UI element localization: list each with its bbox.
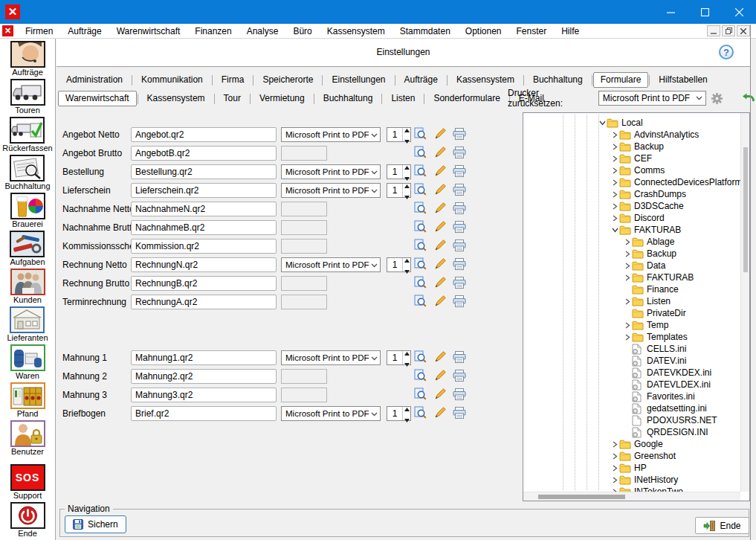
- preview-button-mahnung-3[interactable]: [413, 388, 427, 402]
- print-button-angebot-brutto[interactable]: [453, 147, 466, 160]
- tree-item-data[interactable]: Data: [523, 260, 749, 271]
- printer-reset-combobox[interactable]: Microsoft Print to PDF: [598, 91, 706, 106]
- printer-combobox-angebot-netto[interactable]: Microsoft Print to PDF: [281, 127, 381, 142]
- chevron-right-icon[interactable]: [623, 274, 632, 281]
- tree-item-ablage[interactable]: Ablage: [523, 236, 749, 248]
- menu-item-b-ro[interactable]: Büro: [285, 24, 319, 39]
- chevron-right-icon[interactable]: [623, 298, 632, 305]
- spinner-up-icon[interactable]: [404, 161, 410, 172]
- preview-button-terminrechnung[interactable]: [413, 295, 427, 309]
- sidebar-item-touren[interactable]: Touren: [10, 79, 45, 116]
- sidebar-item-lieferanten[interactable]: Lieferanten: [7, 306, 48, 344]
- preview-button-angebot-brutto[interactable]: [413, 147, 427, 160]
- chevron-right-icon[interactable]: [623, 334, 632, 341]
- spinner-down-icon[interactable]: [404, 191, 410, 202]
- printer-combobox-briefbogen[interactable]: Microsoft Print to PDF: [281, 406, 381, 421]
- tab-firma[interactable]: Firma: [213, 72, 253, 88]
- edit-button-rechnung-netto[interactable]: [433, 258, 447, 271]
- spinner-up-icon[interactable]: [404, 124, 410, 135]
- spinner-down-icon[interactable]: [404, 359, 410, 369]
- chevron-right-icon[interactable]: [610, 465, 619, 472]
- tree-vertical-scrollbar[interactable]: [740, 113, 749, 492]
- sidebar-item-benutzer[interactable]: Benutzer: [10, 420, 45, 457]
- preview-button-briefbogen[interactable]: [413, 407, 427, 420]
- tab-auftr-ge[interactable]: Aufträge: [396, 72, 446, 88]
- sidebar-item-aufgaben[interactable]: Aufgaben: [10, 231, 45, 268]
- edit-button-mahnung-3[interactable]: [433, 388, 447, 402]
- sidebar-item-ende[interactable]: Ende: [10, 502, 45, 539]
- copies-spinner-briefbogen[interactable]: 1: [387, 406, 411, 421]
- copies-spinner-bestellung[interactable]: 1: [387, 164, 411, 179]
- sidebar-item-pfand[interactable]: Pfand: [10, 382, 45, 420]
- sidebar-item-brauerei[interactable]: Brauerei: [10, 193, 45, 230]
- preview-button-bestellung[interactable]: [413, 165, 427, 179]
- chevron-right-icon[interactable]: [610, 167, 619, 174]
- chevron-right-icon[interactable]: [623, 239, 632, 245]
- print-button-terminrechnung[interactable]: [453, 295, 466, 309]
- save-button[interactable]: Sichern: [65, 515, 126, 533]
- print-button-nachnahme-netto[interactable]: [453, 202, 466, 216]
- spinner-down-icon[interactable]: [404, 266, 410, 276]
- tree-item-backup[interactable]: Backup: [523, 141, 749, 152]
- tab-listen[interactable]: Listen: [383, 91, 423, 106]
- tab-warenwirtschaft[interactable]: Warenwirtschaft: [58, 91, 137, 106]
- reset-printer-button[interactable]: [741, 92, 756, 104]
- tab-formulare[interactable]: Formulare: [593, 72, 649, 88]
- chevron-right-icon[interactable]: [610, 132, 619, 138]
- tab-kommunikation[interactable]: Kommunikation: [133, 72, 211, 88]
- tree-item-privatedir[interactable]: PrivateDir: [523, 307, 749, 319]
- tree-item-backup[interactable]: Backup: [523, 248, 749, 260]
- preview-button-rechnung-netto[interactable]: [413, 258, 427, 271]
- minimize-button[interactable]: [653, 0, 688, 24]
- tree-item-discord[interactable]: Discord: [523, 212, 749, 224]
- tree-item-comms[interactable]: Comms: [523, 164, 749, 176]
- edit-button-nachnahme-netto[interactable]: [433, 202, 447, 216]
- print-button-mahnung-3[interactable]: [453, 388, 466, 402]
- print-button-briefbogen[interactable]: [453, 407, 466, 420]
- tab-speicherorte[interactable]: Speicherorte: [254, 72, 321, 88]
- tree-item-gedatsetting-ini[interactable]: gedatsetting.ini: [523, 402, 749, 414]
- menu-item-analyse[interactable]: Analyse: [239, 24, 286, 39]
- chevron-right-icon[interactable]: [623, 322, 632, 329]
- printer-settings-button[interactable]: [710, 91, 724, 106]
- tree-item-datevkdex-ini[interactable]: DATEVKDEX.ini: [523, 367, 749, 379]
- tree-item-datevldex-ini[interactable]: DATEVLDEX.ini: [523, 379, 749, 390]
- edit-button-mahnung-2[interactable]: [433, 370, 447, 383]
- tab-einstellungen[interactable]: Einstellungen: [323, 72, 393, 88]
- sidebar-item-r-ckerfassen[interactable]: Rückerfassen: [2, 117, 52, 154]
- tab-buchhaltung[interactable]: Buchhaltung: [315, 91, 381, 106]
- chevron-right-icon[interactable]: [610, 155, 619, 162]
- edit-button-angebot-brutto[interactable]: [433, 147, 447, 160]
- tree-item-listen[interactable]: Listen: [523, 295, 749, 307]
- template-file-input-mahnung-1[interactable]: Mahnung1.qr2: [131, 350, 277, 365]
- spinner-up-icon[interactable]: [404, 347, 410, 358]
- preview-button-lieferschein[interactable]: [413, 184, 427, 197]
- chevron-right-icon[interactable]: [610, 453, 619, 460]
- chevron-down-icon[interactable]: [610, 227, 619, 233]
- tree-item-google[interactable]: Google: [523, 438, 749, 450]
- chevron-right-icon[interactable]: [610, 441, 619, 448]
- edit-button-lieferschein[interactable]: [433, 184, 447, 197]
- menu-item-hilfe[interactable]: Hilfe: [554, 24, 587, 39]
- chevron-right-icon[interactable]: [610, 203, 619, 210]
- menu-item-kassensystem[interactable]: Kassensystem: [320, 24, 392, 39]
- print-button-nachnahme-brutto[interactable]: [453, 221, 466, 234]
- template-file-input-rechnung-netto[interactable]: RechnungN.qr2: [131, 257, 277, 272]
- menu-item-optionen[interactable]: Optionen: [458, 24, 509, 39]
- print-button-rechnung-brutto[interactable]: [453, 277, 466, 290]
- tree-item-favorites-ini[interactable]: Favorites.ini: [523, 390, 749, 402]
- tree-item-pdoxusrs-net[interactable]: PDOXUSRS.NET: [523, 414, 749, 426]
- print-button-bestellung[interactable]: [453, 165, 466, 179]
- tab-vermietung[interactable]: Vermietung: [251, 91, 313, 106]
- tree-item-connecteddevicesplatform[interactable]: ConnectedDevicesPlatform: [523, 176, 749, 188]
- preview-button-angebot-netto[interactable]: [413, 128, 427, 141]
- chevron-right-icon[interactable]: [610, 215, 619, 222]
- tab-kassensystem[interactable]: Kassensystem: [448, 72, 523, 88]
- mdi-minimize-button[interactable]: [707, 25, 720, 36]
- template-file-input-rechnung-brutto[interactable]: RechnungB.qr2: [131, 276, 277, 291]
- tab-buchhaltung[interactable]: Buchhaltung: [525, 72, 591, 88]
- printer-combobox-mahnung-1[interactable]: Microsoft Print to PDF: [281, 350, 381, 365]
- mdi-close-button[interactable]: [737, 25, 750, 36]
- sidebar-item-kunden[interactable]: Kunden: [10, 269, 45, 306]
- sidebar-item-waren[interactable]: Waren: [10, 344, 45, 382]
